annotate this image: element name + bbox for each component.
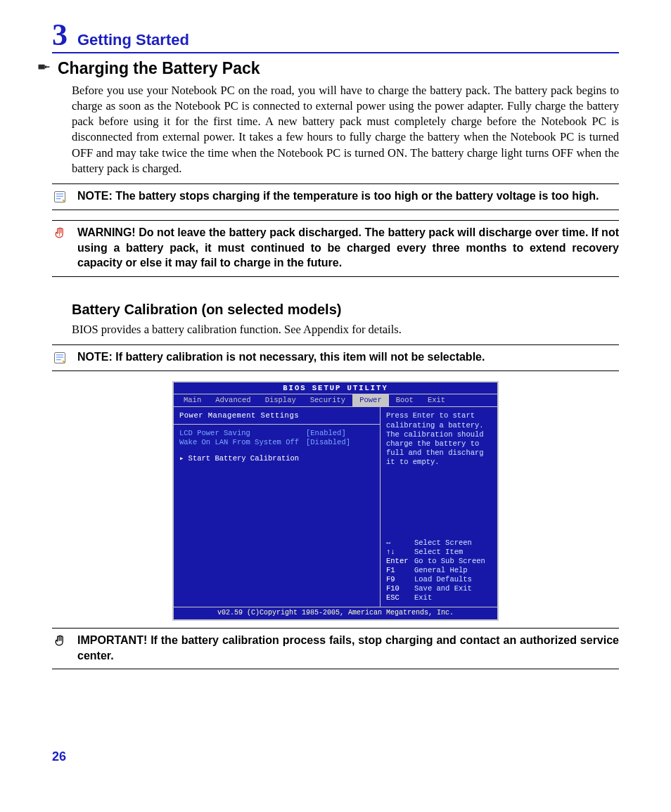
bios-key: ↔: [386, 539, 414, 548]
bios-key-desc: Load Defaults: [414, 575, 492, 584]
section-charging-paragraph: Before you use your Notebook PC on the r…: [72, 83, 619, 177]
note-icon: [52, 349, 68, 365]
chapter-title: Getting Started: [77, 32, 189, 48]
plug-icon: [37, 60, 51, 77]
bios-tab-boot: Boot: [389, 394, 421, 406]
note-text-1: NOTE: The battery stops charging if the …: [77, 188, 619, 204]
bios-item-value: [Disabled]: [306, 438, 350, 447]
bios-tab-power: Power: [352, 394, 389, 406]
bios-key: Enter: [386, 557, 414, 566]
bios-item: Wake On LAN From System Off [Disabled]: [179, 438, 374, 447]
bios-key: F10: [386, 584, 414, 593]
bios-key-desc: Save and Exit: [414, 584, 492, 593]
note-icon: [52, 188, 68, 204]
bios-divider: [174, 424, 380, 425]
note-text-2: NOTE: If battery calibration is not nece…: [77, 349, 619, 365]
section-charging-heading: Charging the Battery Pack: [58, 59, 260, 79]
bios-key: ESC: [386, 593, 414, 602]
svg-text:!: !: [58, 232, 60, 237]
bios-right-pane: Press Enter to start calibrating a batte…: [381, 407, 497, 607]
section-charging-heading-row: Charging the Battery Pack: [37, 59, 619, 79]
bios-key-row: EnterGo to Sub Screen: [386, 557, 492, 566]
bios-tab-exit: Exit: [421, 394, 452, 406]
warning-text: WARNING! Do not leave the battery pack d…: [77, 225, 619, 271]
stop-hand-icon: [52, 633, 68, 648]
bios-key-desc: Select Item: [414, 548, 492, 557]
bios-item-value: [Enabled]: [306, 429, 346, 438]
bios-tab-display: Display: [258, 394, 303, 406]
bios-tab-advanced: Advanced: [208, 394, 257, 406]
bios-key-row: F10Save and Exit: [386, 584, 492, 593]
bios-item-key: Wake On LAN From System Off: [179, 438, 306, 447]
bios-key-desc: Exit: [414, 593, 492, 602]
warning-block: ! WARNING! Do not leave the battery pack…: [52, 220, 619, 277]
bios-tab-security: Security: [303, 394, 352, 406]
bios-key-row: ESCExit: [386, 593, 492, 602]
chapter-header: 3 Getting Started: [52, 20, 619, 53]
bios-screenshot: BIOS SETUP UTILITY Main Advanced Display…: [52, 381, 619, 621]
svg-rect-0: [39, 65, 45, 70]
section-calibration-heading: Battery Calibration (on selected models): [72, 301, 619, 318]
bios-key: F1: [386, 566, 414, 575]
bios-key-desc: General Help: [414, 566, 492, 575]
bios-key-row: F1General Help: [386, 566, 492, 575]
bios-tabs: Main Advanced Display Security Power Boo…: [174, 394, 497, 406]
bios-tab-main: Main: [177, 394, 208, 406]
note-block-1: NOTE: The battery stops charging if the …: [52, 183, 619, 210]
bios-key-row: ↑↓Select Item: [386, 548, 492, 557]
page-number: 26: [52, 749, 66, 764]
bios-item-key: LCD Power Saving: [179, 429, 306, 438]
bios-key: ↑↓: [386, 548, 414, 557]
bios-item: LCD Power Saving [Enabled]: [179, 429, 374, 438]
bios-help-text: Press Enter to start calibrating a batte…: [386, 411, 492, 467]
bios-section-head: Power Management Settings: [179, 411, 374, 420]
svg-rect-1: [45, 65, 46, 67]
important-text: IMPORTANT! If the battery calibration pr…: [77, 633, 619, 663]
bios-key-row: F9Load Defaults: [386, 575, 492, 584]
bios-key-row: ↔Select Screen: [386, 539, 492, 548]
bios-footer: v02.59 (C)Copyright 1985-2005, American …: [174, 607, 497, 619]
chapter-number: 3: [52, 20, 68, 51]
section-calibration-paragraph: BIOS provides a battery calibration func…: [72, 322, 619, 337]
stop-hand-icon: !: [52, 225, 68, 240]
important-block: IMPORTANT! If the battery calibration pr…: [52, 628, 619, 669]
bios-window: BIOS SETUP UTILITY Main Advanced Display…: [172, 381, 499, 621]
bios-left-pane: Power Management Settings LCD Power Savi…: [174, 407, 381, 607]
bios-key-legend: ↔Select Screen ↑↓Select Item EnterGo to …: [386, 539, 492, 603]
note-block-2: NOTE: If battery calibration is not nece…: [52, 344, 619, 371]
bios-key: F9: [386, 575, 414, 584]
bios-key-desc: Go to Sub Screen: [414, 557, 492, 566]
bios-key-desc: Select Screen: [414, 539, 492, 548]
bios-selected-item: ▸ Start Battery Calibration: [179, 454, 374, 463]
bios-body: Power Management Settings LCD Power Savi…: [174, 406, 497, 607]
bios-title: BIOS SETUP UTILITY: [174, 382, 497, 394]
